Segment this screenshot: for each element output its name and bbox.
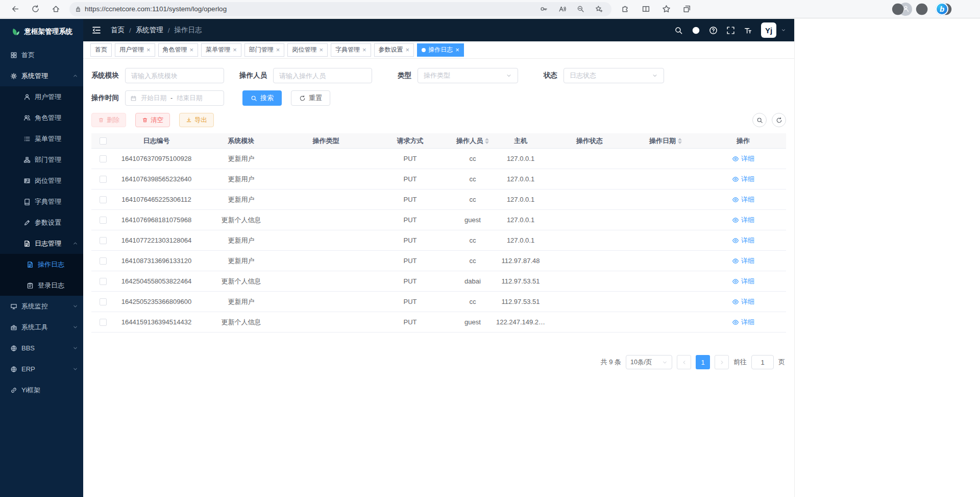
- detail-link[interactable]: 详细: [732, 318, 754, 327]
- fullscreen-icon[interactable]: [726, 26, 735, 35]
- tab-6[interactable]: 字典管理×: [331, 43, 371, 57]
- font-size-icon[interactable]: [744, 26, 752, 35]
- toggle-search-button[interactable]: [752, 113, 767, 127]
- favorite-this-page-button[interactable]: [591, 3, 606, 15]
- detail-link[interactable]: 详细: [732, 216, 754, 225]
- goto-label: 前往: [733, 358, 747, 367]
- refresh-table-button[interactable]: [772, 113, 786, 127]
- type-select[interactable]: 操作类型: [418, 68, 518, 83]
- row-checkbox[interactable]: [100, 298, 107, 305]
- sidebar-item-16[interactable]: Yi框架: [0, 380, 83, 400]
- sidebar-item-0[interactable]: 首页: [0, 44, 83, 65]
- zoom-out-button[interactable]: [573, 3, 588, 15]
- user-logo-badge[interactable]: Yj: [761, 22, 776, 38]
- row-checkbox[interactable]: [100, 237, 107, 244]
- help-question-icon[interactable]: [709, 26, 718, 35]
- tab-close-icon[interactable]: ×: [146, 46, 151, 53]
- github-icon[interactable]: [692, 26, 700, 35]
- sidebar-item-10[interactable]: 操作日志: [0, 254, 83, 275]
- tree-icon: [23, 156, 31, 163]
- current-page-button[interactable]: 1: [696, 355, 710, 369]
- header-search-icon[interactable]: [674, 26, 683, 35]
- sidebar-item-13[interactable]: 系统工具: [0, 317, 83, 338]
- tab-3[interactable]: 菜单管理×: [201, 43, 241, 57]
- tab-close-icon[interactable]: ×: [190, 46, 194, 53]
- reset-button[interactable]: 重置: [291, 90, 330, 106]
- operator-input[interactable]: [273, 68, 372, 83]
- tab-close-icon[interactable]: ×: [276, 46, 280, 53]
- tab-4[interactable]: 部门管理×: [244, 43, 285, 57]
- column-header-7[interactable]: 操作日期: [631, 136, 700, 146]
- favorites-button[interactable]: [656, 2, 676, 17]
- row-checkbox[interactable]: [100, 155, 107, 162]
- user-menu-caret-icon[interactable]: [781, 28, 786, 33]
- sidebar-item-4[interactable]: 菜单管理: [0, 128, 83, 149]
- copilot-bing-button[interactable]: b: [936, 3, 948, 15]
- collections-button[interactable]: [677, 2, 696, 17]
- sidebar-item-15[interactable]: ERP: [0, 359, 83, 380]
- detail-link[interactable]: 详细: [732, 195, 754, 204]
- sidebar-item-1[interactable]: 系统管理: [0, 65, 83, 86]
- search-button[interactable]: 搜索: [242, 90, 282, 106]
- detail-link[interactable]: 详细: [732, 256, 754, 266]
- row-checkbox[interactable]: [100, 217, 107, 224]
- sidebar-item-7[interactable]: 字典管理: [0, 191, 83, 212]
- split-screen-button[interactable]: [636, 2, 655, 17]
- tab-1[interactable]: 用户管理×: [115, 43, 155, 57]
- date-range-input[interactable]: 开始日期 - 结束日期: [125, 90, 224, 106]
- breadcrumb-item[interactable]: 系统管理: [136, 26, 163, 35]
- back-button[interactable]: [5, 2, 24, 17]
- tab-close-icon[interactable]: ×: [319, 46, 323, 53]
- detail-link[interactable]: 详细: [732, 236, 754, 245]
- clear-button[interactable]: 清空: [135, 113, 170, 127]
- tab-2[interactable]: 角色管理×: [158, 43, 199, 57]
- goto-page-input[interactable]: [751, 355, 774, 369]
- detail-link[interactable]: 详细: [732, 297, 754, 306]
- sidebar-item-12[interactable]: 系统监控: [0, 296, 83, 317]
- sidebar-item-6[interactable]: 岗位管理: [0, 170, 83, 191]
- sidebar-item-8[interactable]: 参数设置: [0, 212, 83, 233]
- row-checkbox[interactable]: [100, 257, 107, 265]
- select-all-checkbox[interactable]: [100, 137, 107, 145]
- detail-link[interactable]: 详细: [732, 154, 754, 163]
- sidebar-collapse-icon[interactable]: [91, 25, 102, 35]
- export-button-label: 导出: [194, 116, 207, 125]
- tab-8[interactable]: 操作日志×: [417, 43, 464, 57]
- detail-link[interactable]: 详细: [732, 277, 754, 286]
- tab-close-icon[interactable]: ×: [406, 46, 410, 53]
- tab-close-icon[interactable]: ×: [455, 46, 459, 53]
- sidebar-item-3[interactable]: 角色管理: [0, 107, 83, 128]
- delete-button[interactable]: 删除: [91, 113, 126, 127]
- module-input[interactable]: [125, 68, 224, 83]
- tab-close-icon[interactable]: ×: [233, 46, 237, 53]
- tab-7[interactable]: 参数设置×: [374, 43, 414, 57]
- tab-close-icon[interactable]: ×: [362, 46, 366, 53]
- address-bar[interactable]: https://ccnetcore.com:1101/system/log/op…: [69, 2, 611, 16]
- export-button[interactable]: 导出: [179, 113, 214, 127]
- tab-0[interactable]: 首页: [90, 43, 112, 57]
- sidebar-item-14[interactable]: BBS: [0, 338, 83, 359]
- read-aloud-button[interactable]: [554, 3, 570, 15]
- password-key-button[interactable]: [536, 3, 551, 15]
- row-checkbox[interactable]: [100, 319, 107, 326]
- sidebar-item-9[interactable]: 日志管理: [0, 233, 83, 254]
- sidebar-item-2[interactable]: 用户管理: [0, 86, 83, 107]
- home-button[interactable]: [46, 2, 65, 17]
- sidebar-item-11[interactable]: 登录日志: [0, 275, 83, 296]
- next-page-button[interactable]: [715, 355, 729, 369]
- row-checkbox[interactable]: [100, 278, 107, 285]
- detail-link[interactable]: 详细: [732, 175, 754, 184]
- prev-page-button[interactable]: [677, 355, 691, 369]
- row-checkbox[interactable]: [100, 196, 107, 203]
- breadcrumb-item[interactable]: 首页: [111, 26, 125, 35]
- extensions-button[interactable]: [616, 2, 635, 17]
- sort-asc-icon: [485, 138, 489, 140]
- browser-menu-button[interactable]: [913, 2, 930, 17]
- status-select[interactable]: 日志状态: [564, 68, 664, 83]
- row-checkbox[interactable]: [100, 176, 107, 183]
- tab-5[interactable]: 岗位管理×: [287, 43, 328, 57]
- sidebar-item-5[interactable]: 部门管理: [0, 149, 83, 170]
- refresh-button[interactable]: [26, 2, 45, 17]
- column-header-4[interactable]: 操作人员: [452, 136, 493, 146]
- page-size-select[interactable]: 10条/页: [626, 355, 672, 369]
